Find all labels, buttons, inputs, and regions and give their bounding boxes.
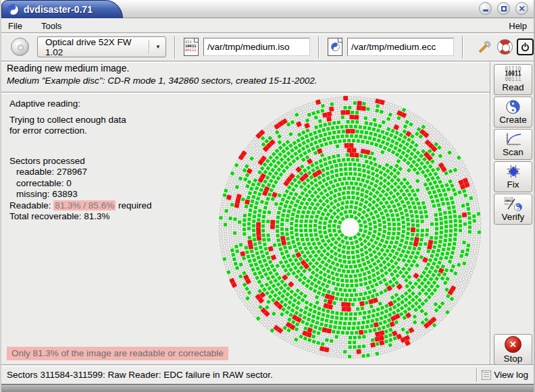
spacer: [9, 137, 205, 156]
menu-tools[interactable]: Tools: [40, 20, 63, 32]
ecc-file-icon: [328, 38, 342, 56]
readable-prefix: Readable:: [9, 200, 51, 211]
toolbar: Optical drive 52X FW 1.02 ▼ 011 10011 00…: [1, 34, 534, 60]
toolbar-separator: [318, 36, 320, 58]
ecc-path-input[interactable]: [347, 38, 454, 56]
readable-percent-row: Readable: 81.3% / 85.6% required: [9, 200, 205, 212]
correctable-label: correctable:: [16, 178, 64, 188]
readable-suffix: required: [118, 200, 152, 211]
read-button-label: Read: [502, 82, 524, 92]
drive-select-value: Optical drive 52X FW 1.02: [45, 37, 143, 57]
fix-button-label: Fix: [507, 179, 519, 190]
menu-bar: File Tools Help: [1, 19, 534, 32]
preferences-button[interactable]: [476, 38, 493, 56]
window-title: dvdisaster-0.71: [24, 4, 93, 15]
app-window: dvdisaster-0.71 ✕ File Tools Help Optica…: [0, 0, 535, 392]
maximize-icon: [501, 6, 507, 11]
status-action: Reading new medium image.: [7, 63, 480, 74]
missing-row: missing: 63893: [9, 189, 205, 200]
readable-highlight: 81.3% / 85.6%: [53, 200, 116, 211]
toolbar-separator-line: [1, 61, 535, 62]
ecc-yinyang-icon: [331, 43, 340, 51]
iso-file-icon: 011 10011 00111: [184, 38, 199, 56]
toolbar-separator: [174, 36, 176, 58]
mode-label: Adaptive reading:: [9, 99, 205, 110]
missing-value: 63893: [52, 189, 78, 199]
statusbar-divider: [476, 368, 478, 382]
maximize-button[interactable]: [497, 2, 510, 15]
menu-file[interactable]: File: [7, 20, 24, 32]
read-button[interactable]: 01110 10011 00111 Read: [494, 64, 532, 95]
window-resize-edge[interactable]: [1, 384, 534, 392]
create-button-label: Create: [499, 115, 527, 125]
create-yinyang-icon: [506, 100, 520, 114]
stop-button[interactable]: ✕ Stop: [494, 334, 532, 365]
missing-label: missing:: [16, 189, 50, 199]
verify-button-label: Verify: [502, 212, 525, 222]
title-bar: dvdisaster-0.71 ✕: [1, 0, 534, 18]
view-log-button[interactable]: View log: [494, 370, 528, 380]
power-icon: [517, 38, 534, 55]
fix-button[interactable]: Fix: [494, 161, 532, 192]
iso-path-input[interactable]: [203, 38, 310, 56]
mode-desc-line2: for error correction.: [9, 125, 205, 137]
verify-button[interactable]: 011101001100111 Verify: [494, 194, 532, 225]
statusbar-message: Sectors 311584-311599: Raw Reader: EDC f…: [7, 370, 273, 380]
readable-label: readable:: [16, 167, 54, 177]
minimize-button[interactable]: [479, 2, 492, 15]
spacer: [9, 110, 205, 115]
verify-compare-icon: 011101001100111: [505, 197, 522, 211]
correctable-row: correctable: 0: [9, 178, 205, 190]
read-binary-icon: 01110 10011 00111: [505, 67, 521, 82]
mode-desc-line1: Trying to collect enough data: [9, 115, 205, 126]
title-tab: dvdisaster-0.71: [1, 0, 123, 18]
read-icon-line: 00111: [505, 77, 521, 82]
sidebar-separator: [490, 62, 491, 364]
chevron-down-icon: ▼: [155, 44, 161, 50]
status-bar: Sectors 311584-311599: Raw Reader: EDC f…: [1, 366, 534, 384]
stop-button-label: Stop: [504, 354, 523, 364]
scan-curve-icon: [505, 132, 522, 146]
verify-yinyang-icon: [514, 203, 522, 211]
combo-separator: [149, 40, 149, 54]
stop-icon: ✕: [505, 336, 521, 353]
total-recoverable-row: Total recoverable: 81.3%: [9, 211, 205, 223]
readable-row: readable: 278967: [9, 167, 205, 178]
status-heading: Reading new medium image. Medium "Exampl…: [7, 63, 480, 86]
scan-button[interactable]: Scan: [494, 129, 532, 160]
sectors-header: Sectors processed: [9, 156, 205, 167]
create-button[interactable]: Create: [494, 96, 532, 128]
puzzle-piece-icon: [506, 164, 521, 179]
log-list-icon: [482, 370, 491, 380]
minimize-icon: [483, 9, 488, 11]
toolbar-separator: [462, 36, 463, 58]
iso-icon-line: 00111: [185, 48, 198, 52]
lifesaver-icon: [497, 39, 513, 55]
optical-disc-icon: [11, 38, 29, 56]
close-icon: ✕: [518, 5, 525, 13]
status-medium-info: Medium "Example disc": CD-R mode 1, 3428…: [7, 76, 480, 86]
menu-help[interactable]: Help: [507, 20, 528, 32]
readable-value: 278967: [57, 167, 87, 177]
quit-button[interactable]: [517, 38, 534, 55]
help-button[interactable]: [497, 39, 513, 55]
close-button[interactable]: ✕: [515, 2, 528, 15]
drive-select[interactable]: Optical drive 52X FW 1.02 ▼: [37, 36, 166, 57]
wrench-icon: [476, 38, 493, 56]
disc-sector-spiral: [215, 92, 485, 362]
scan-button-label: Scan: [503, 147, 524, 157]
app-logo-yinyang-icon: [7, 4, 19, 16]
correctable-value: 0: [66, 178, 72, 188]
reading-info-panel: Adaptive reading: Trying to collect enou…: [9, 99, 205, 223]
readability-warning: Only 81.3% of the image are readable or …: [7, 347, 228, 360]
